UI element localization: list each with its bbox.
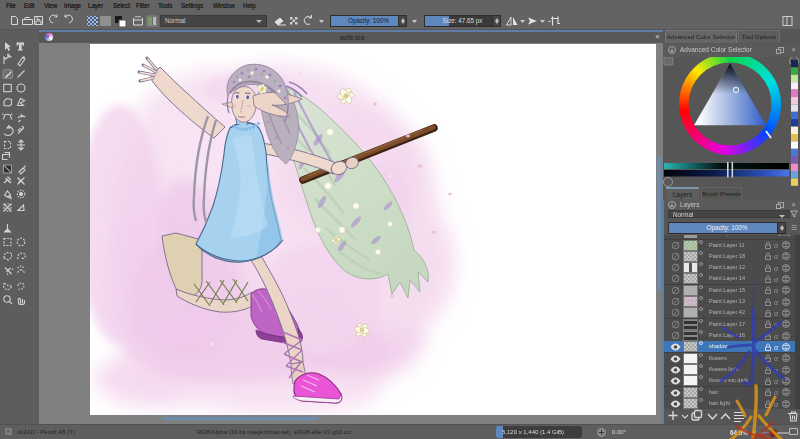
svg-text:α: α	[774, 298, 779, 306]
svg-text:α: α	[774, 354, 779, 362]
svg-text:α: α	[774, 309, 779, 317]
svg-text:T: T	[17, 41, 24, 52]
svg-text:α: α	[774, 275, 779, 283]
svg-text:α: α	[774, 377, 779, 385]
svg-text:α: α	[774, 320, 779, 328]
svg-text:α: α	[774, 400, 779, 408]
svg-text:α: α	[774, 241, 779, 249]
svg-text:α: α	[774, 343, 779, 351]
svg-text:α: α	[774, 286, 779, 294]
svg-text:α: α	[774, 332, 779, 340]
svg-text:α: α	[774, 388, 779, 396]
svg-text:α: α	[774, 264, 779, 272]
svg-text:α: α	[774, 252, 779, 260]
svg-text:α: α	[774, 366, 779, 374]
